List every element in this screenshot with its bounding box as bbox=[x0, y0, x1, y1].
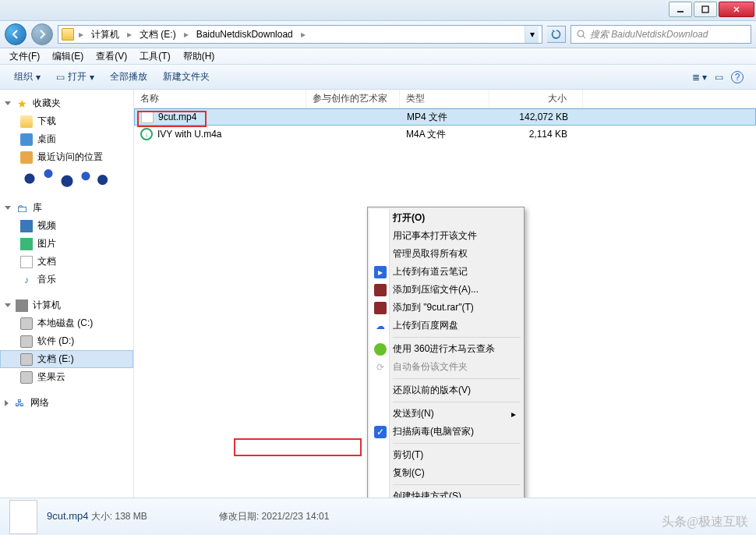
maximize-button[interactable] bbox=[694, 2, 717, 17]
ctx-upload-youdao[interactable]: ▸上传到有道云笔记 bbox=[369, 263, 522, 281]
music-icon: ♪ bbox=[20, 274, 33, 286]
ctx-scan-virus[interactable]: ✓扫描病毒(电脑管家) bbox=[369, 423, 522, 441]
baidu-icon: ☁ bbox=[374, 320, 387, 332]
close-button[interactable] bbox=[719, 2, 754, 17]
documents-icon bbox=[20, 256, 33, 268]
breadcrumb[interactable]: 计算机 bbox=[88, 27, 122, 43]
menu-view[interactable]: 查看(V) bbox=[90, 48, 133, 65]
ctx-upload-baidu[interactable]: ☁上传到百度网盘 bbox=[369, 317, 522, 335]
search-placeholder: 搜索 BaiduNetdiskDownload bbox=[590, 28, 708, 41]
360-icon bbox=[374, 343, 387, 356]
drive-icon bbox=[20, 371, 33, 384]
menu-edit[interactable]: 编辑(E) bbox=[46, 48, 90, 65]
sidebar-network-head[interactable]: 🖧网络 bbox=[0, 394, 133, 412]
sidebar-item-music[interactable]: ♪音乐 bbox=[0, 271, 133, 289]
recent-icon bbox=[20, 151, 33, 164]
ctx-add-rar[interactable]: 添加到 "9cut.rar"(T) bbox=[369, 299, 522, 317]
drive-icon bbox=[20, 353, 33, 366]
ctx-open[interactable]: 打开(O) bbox=[369, 209, 522, 227]
backup-icon: ⟳ bbox=[374, 361, 387, 374]
sidebar-item-recent[interactable]: 最近访问的位置 bbox=[0, 148, 133, 166]
search-icon bbox=[576, 29, 587, 40]
decorative-splat bbox=[20, 166, 114, 191]
ctx-cut[interactable]: 剪切(T) bbox=[369, 446, 522, 464]
new-folder-button[interactable]: 新建文件夹 bbox=[155, 67, 217, 87]
sidebar-item-documents[interactable]: 文档 bbox=[0, 253, 133, 271]
file-list: 名称 参与创作的艺术家 类型 大小 9cut.mp4 MP4 文件 142,07… bbox=[134, 90, 756, 512]
menu-file[interactable]: 文件(F) bbox=[3, 48, 46, 65]
file-row[interactable]: ↓IVY with U.m4a M4A 文件 2,114 KB bbox=[134, 126, 756, 143]
refresh-button[interactable] bbox=[547, 26, 566, 43]
sidebar-favorites-head[interactable]: ★收藏夹 bbox=[0, 94, 133, 112]
ctx-scan-360[interactable]: 使用 360进行木马云查杀 bbox=[369, 340, 522, 358]
sidebar-computer-head[interactable]: 计算机 bbox=[0, 296, 133, 314]
toolbar: 组织 ▾ ▭ 打开 ▾ 全部播放 新建文件夹 ≣ ▾ ▭ ? bbox=[0, 65, 756, 90]
menubar: 文件(F) 编辑(E) 查看(V) 工具(T) 帮助(H) bbox=[0, 48, 756, 65]
column-size[interactable]: 大小 bbox=[489, 90, 583, 108]
file-row-selected[interactable]: 9cut.mp4 MP4 文件 142,072 KB bbox=[134, 108, 756, 126]
play-all-button[interactable]: 全部播放 bbox=[102, 67, 155, 87]
sidebar-item-desktop[interactable]: 桌面 bbox=[0, 130, 133, 148]
library-icon: 🗀 bbox=[16, 202, 28, 214]
watermark: 头条@极速互联 bbox=[662, 514, 748, 530]
network-icon: 🖧 bbox=[13, 397, 26, 409]
ctx-send-to[interactable]: 发送到(N)▸ bbox=[369, 405, 522, 423]
youdao-icon: ▸ bbox=[374, 266, 387, 278]
ctx-autobackup: ⟳自动备份该文件夹 bbox=[369, 358, 522, 376]
video-icon bbox=[20, 220, 33, 232]
organize-button[interactable]: 组织 ▾ bbox=[6, 67, 48, 87]
column-headers: 名称 参与创作的艺术家 类型 大小 bbox=[134, 90, 756, 108]
rar-icon bbox=[374, 302, 387, 314]
folder-icon bbox=[62, 28, 74, 41]
highlight-rename bbox=[234, 438, 362, 456]
star-icon: ★ bbox=[16, 97, 28, 110]
sidebar-item-drive-c[interactable]: 本地磁盘 (C:) bbox=[0, 314, 133, 332]
minimize-button[interactable] bbox=[669, 2, 692, 17]
ctx-admin-own[interactable]: 管理员取得所有权 bbox=[369, 245, 522, 263]
sidebar: ★收藏夹 下载 桌面 最近访问的位置 🗀库 视频 图片 文档 ♪音乐 计算机 本… bbox=[0, 90, 134, 512]
column-name[interactable]: 名称 bbox=[134, 90, 306, 108]
sidebar-item-drive-e[interactable]: 文档 (E:) bbox=[0, 350, 133, 368]
details-modified-value: 2021/2/23 14:01 bbox=[262, 511, 330, 522]
preview-pane-button[interactable]: ▭ bbox=[715, 72, 723, 83]
drive-icon bbox=[20, 317, 33, 330]
sidebar-item-pictures[interactable]: 图片 bbox=[0, 235, 133, 253]
sidebar-item-downloads[interactable]: 下载 bbox=[0, 112, 133, 130]
help-button[interactable]: ? bbox=[731, 71, 744, 83]
pictures-icon bbox=[20, 238, 33, 250]
details-file-icon bbox=[9, 500, 37, 534]
column-artist[interactable]: 参与创作的艺术家 bbox=[306, 90, 400, 108]
menu-tools[interactable]: 工具(T) bbox=[133, 48, 176, 65]
breadcrumb[interactable]: BaiduNetdiskDownload bbox=[193, 27, 296, 41]
svg-rect-0 bbox=[677, 11, 684, 12]
ctx-open-notepad[interactable]: 用记事本打开该文件 bbox=[369, 227, 522, 245]
ctx-add-zip[interactable]: 添加到压缩文件(A)... bbox=[369, 281, 522, 299]
breadcrumb[interactable]: 文档 (E:) bbox=[136, 27, 179, 43]
audio-icon: ↓ bbox=[140, 128, 153, 140]
drive-icon bbox=[20, 335, 33, 348]
sidebar-item-video[interactable]: 视频 bbox=[0, 217, 133, 235]
sidebar-item-jianguo[interactable]: 坚果云 bbox=[0, 368, 133, 386]
desktop-icon bbox=[20, 133, 33, 146]
forward-button[interactable] bbox=[31, 23, 53, 45]
computer-icon bbox=[16, 299, 28, 312]
ctx-restore-version[interactable]: 还原以前的版本(V) bbox=[369, 381, 522, 399]
details-filename: 9cut.mp4 bbox=[47, 510, 88, 522]
ctx-copy[interactable]: 复制(C) bbox=[369, 464, 522, 482]
context-menu: 打开(O) 用记事本打开该文件 管理员取得所有权 ▸上传到有道云笔记 添加到压缩… bbox=[367, 207, 525, 535]
back-button[interactable] bbox=[5, 23, 26, 45]
menu-help[interactable]: 帮助(H) bbox=[177, 48, 221, 65]
titlebar bbox=[0, 0, 756, 21]
view-options-button[interactable]: ≣ ▾ bbox=[692, 72, 707, 83]
sidebar-item-drive-d[interactable]: 软件 (D:) bbox=[0, 332, 133, 350]
open-button[interactable]: ▭ 打开 ▾ bbox=[48, 67, 102, 87]
sidebar-libraries-head[interactable]: 🗀库 bbox=[0, 199, 133, 217]
address-dropdown[interactable]: ▾ bbox=[525, 26, 539, 43]
svg-point-2 bbox=[578, 30, 584, 37]
details-modified-label: 修改日期: bbox=[219, 511, 259, 522]
column-type[interactable]: 类型 bbox=[400, 90, 489, 108]
address-bar[interactable]: ▸ 计算机 ▸ 文档 (E:) ▸ BaiduNetdiskDownload ▸… bbox=[58, 25, 542, 44]
rar-icon bbox=[374, 284, 387, 296]
svg-rect-1 bbox=[702, 6, 708, 12]
search-input[interactable]: 搜索 BaiduNetdiskDownload bbox=[571, 25, 751, 44]
